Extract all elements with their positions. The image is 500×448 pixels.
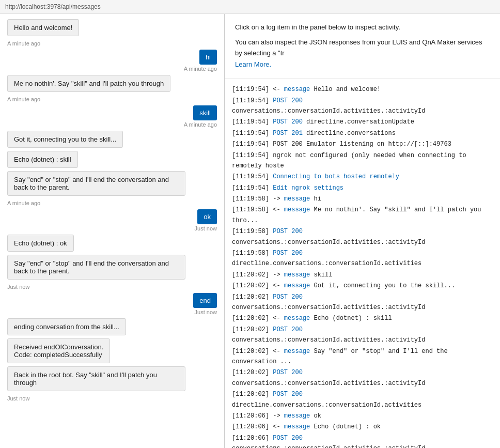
learn-more-wrap: Learn More. [235,59,490,70]
timestamp: A minute ago [7,40,40,47]
learn-more-link[interactable]: Learn More. [235,60,271,68]
url-display: http://localhost:3978/api/messages [5,3,101,10]
log-link[interactable]: POST 200 [273,97,303,104]
log-link[interactable]: POST 200 [273,369,303,376]
bot-bubble: ending conversation from the skill... [7,318,126,335]
user-bubble: end [193,293,217,308]
log-line[interactable]: [11:19:54] Connecting to bots hosted rem… [232,172,493,182]
info-line1: Click on a log item in the panel below t… [235,22,490,33]
user-message-wrap: endJust now [7,293,217,315]
timestamp: Just now [7,395,29,401]
log-line[interactable]: [11:20:06] POST 200 conversations.:conve… [232,433,493,448]
log-link[interactable]: POST 200 [273,250,303,257]
user-message-wrap: okJust now [7,209,217,231]
timestamp: Just now [195,225,217,231]
log-line[interactable]: [11:20:06] <- message Echo (dotnet) : ok [232,422,493,432]
log-link[interactable]: POST 200 [273,435,303,442]
log-link[interactable]: POST 200 [273,391,303,398]
bot-bubble: Say "end" or "stop" and I'll end the con… [7,255,185,280]
bot-bubble: Received endOfConversation. Code: comple… [7,338,110,363]
chat-panel[interactable]: Hello and welcome!A minute agohiA minute… [0,14,225,448]
bot-bubble: Say "end" or "stop" and I'll end the con… [7,171,185,196]
log-line[interactable]: [11:19:58] POST 200 conversations.:conve… [232,226,493,248]
timestamp: Just now [195,309,217,315]
log-link[interactable]: message [284,423,310,430]
log-line[interactable]: [11:19:54] POST 201 directline.conversat… [232,128,493,138]
log-link[interactable]: message [284,348,310,355]
log-link[interactable]: POST 200 [273,118,303,126]
log-link[interactable]: message [284,86,310,93]
log-panel[interactable]: [11:19:54] <- message Hello and welcome!… [225,79,500,448]
timestamp: A minute ago [184,121,217,128]
info-line2: You can also inspect the JSON responses … [235,37,490,59]
log-link[interactable]: POST 200 [273,293,303,301]
log-line: [11:19:54] POST 200 Emulator listening o… [232,139,493,149]
log-line[interactable]: [11:19:58] -> message hi [232,194,493,204]
info-section: Click on a log item in the panel below t… [225,14,500,79]
user-message-wrap: hiA minute ago [7,50,217,72]
log-link[interactable]: message [284,282,310,289]
user-message-wrap: skillA minute ago [7,105,217,128]
bot-bubble: Back in the root bot. Say "skill" and I'… [7,366,185,391]
log-line[interactable]: [11:19:58] POST 200 directline.conversat… [232,248,493,269]
log-line[interactable]: [11:20:02] <- message Say "end" or "stop… [232,346,493,367]
log-line[interactable]: [11:20:02] -> message skill [232,270,493,280]
bot-bubble: Echo (dotnet) : ok [7,235,74,252]
log-link[interactable]: message [284,195,310,203]
timestamp: A minute ago [184,66,217,72]
log-line[interactable]: [11:20:02] POST 200 directline.conversat… [232,389,493,410]
log-line[interactable]: [11:19:54] Edit ngrok settings [232,183,493,193]
log-line[interactable]: [11:19:54] POST 200 directline.conversat… [232,117,493,127]
log-link[interactable]: POST 200 [273,326,303,333]
log-line[interactable]: [11:19:54] POST 200 conversations.:conve… [232,96,493,117]
user-bubble: ok [197,209,217,224]
log-link[interactable]: Edit ngrok settings [273,184,343,192]
log-link[interactable]: message [284,206,310,213]
log-line: [11:19:54] ngrok not configured (only ne… [232,150,493,172]
log-line[interactable]: [11:20:02] POST 200 conversations.:conve… [232,325,493,346]
log-link[interactable]: message [284,271,310,279]
log-link[interactable]: message [284,315,310,322]
bot-bubble: Me no nothin'. Say "skill" and I'll patc… [7,75,170,92]
log-line[interactable]: [11:20:02] POST 200 conversations.:conve… [232,367,493,389]
log-line[interactable]: [11:19:58] <- message Me no nothin'. Say… [232,205,493,226]
timestamp: Just now [7,284,29,290]
timestamp: A minute ago [7,200,40,206]
user-bubble: hi [199,50,217,65]
log-line[interactable]: [11:20:02] POST 200 conversations.:conve… [232,292,493,313]
bot-bubble: Got it, connecting you to the skill... [7,131,123,148]
user-bubble: skill [193,105,217,120]
log-link[interactable]: message [284,412,310,420]
bot-bubble: Echo (dotnet) : skill [7,151,78,168]
bot-bubble: Hello and welcome! [7,19,79,36]
log-line[interactable]: [11:20:02] <- message Echo (dotnet) : sk… [232,313,493,323]
log-line[interactable]: [11:20:02] <- message Got it, connecting… [232,281,493,291]
timestamp: A minute ago [7,96,40,102]
log-line[interactable]: [11:19:54] <- message Hello and welcome! [232,84,493,95]
right-panel: Click on a log item in the panel below t… [225,14,500,448]
log-link[interactable]: POST 201 [273,130,303,137]
log-line[interactable]: [11:20:06] -> message ok [232,411,493,421]
log-link[interactable]: POST 200 [273,228,303,235]
top-bar: http://localhost:3978/api/messages [0,0,500,14]
main-layout: Hello and welcome!A minute agohiA minute… [0,14,500,448]
log-link[interactable]: Connecting to bots hosted remotely [273,173,399,180]
